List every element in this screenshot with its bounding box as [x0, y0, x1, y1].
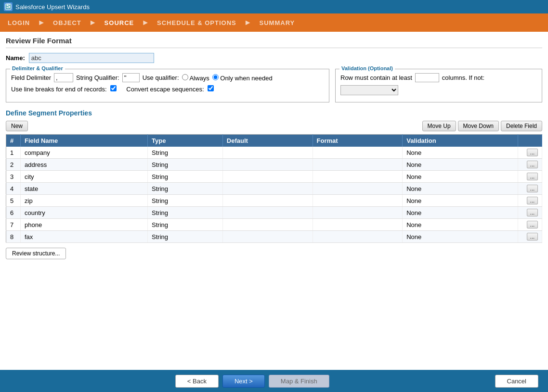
- cell-field-name: address: [21, 159, 148, 171]
- cell-format: [313, 219, 403, 231]
- wizard-step-login[interactable]: LOGIN: [0, 13, 38, 32]
- cell-validation: None: [403, 219, 518, 231]
- segment-toolbar: New Move Up Move Down Delete Field: [6, 121, 542, 131]
- cell-actions: ...: [518, 219, 542, 231]
- col-type: Type: [148, 135, 223, 147]
- radio-always[interactable]: [182, 74, 188, 80]
- cell-validation: None: [403, 195, 518, 207]
- col-validation: Validation: [403, 135, 518, 147]
- table-row[interactable]: 3 city String None ...: [6, 171, 542, 183]
- table-row[interactable]: 8 fax String None ...: [6, 231, 542, 243]
- bottom-bar: < Back Next > Map & Finish Cancel: [0, 370, 548, 392]
- cancel-button[interactable]: Cancel: [495, 375, 538, 388]
- cell-validation: None: [403, 159, 518, 171]
- table-row[interactable]: 2 address String None ...: [6, 159, 542, 171]
- cell-format: [313, 195, 403, 207]
- row-options-button[interactable]: ...: [527, 173, 538, 180]
- cell-num: 6: [6, 207, 21, 219]
- cell-type: String: [148, 231, 223, 243]
- validation-box-title: Validation (Optional): [339, 65, 395, 71]
- radio-always-label[interactable]: Always: [182, 74, 209, 82]
- cell-field-name: city: [21, 171, 148, 183]
- new-button[interactable]: New: [6, 121, 28, 131]
- row-options-button[interactable]: ...: [527, 221, 538, 228]
- cell-type: String: [148, 195, 223, 207]
- escape-checkbox[interactable]: [208, 85, 214, 91]
- row-options-button[interactable]: ...: [527, 209, 538, 216]
- table-row[interactable]: 7 phone String None ...: [6, 219, 542, 231]
- cell-num: 1: [6, 147, 21, 159]
- cell-num: 3: [6, 171, 21, 183]
- columns-label: columns. If not:: [442, 74, 484, 81]
- segment-section-title: Define Segment Properties: [6, 109, 542, 117]
- cell-field-name: state: [21, 183, 148, 195]
- wizard-step-schedule[interactable]: SCHEDULE & OPTIONS: [149, 13, 244, 32]
- cell-type: String: [148, 207, 223, 219]
- cell-type: String: [148, 183, 223, 195]
- back-button[interactable]: < Back: [175, 375, 219, 388]
- row-options-button[interactable]: ...: [527, 233, 538, 240]
- cell-validation: None: [403, 231, 518, 243]
- cell-default: [222, 207, 313, 219]
- row-options-button[interactable]: ...: [527, 161, 538, 168]
- cell-type: String: [148, 171, 223, 183]
- row-options-button[interactable]: ...: [527, 197, 538, 204]
- radio-only-label[interactable]: Only when needed: [212, 74, 273, 82]
- bottom-center: < Back Next > Map & Finish: [175, 375, 329, 388]
- name-input[interactable]: [29, 53, 154, 63]
- toolbar-right: Move Up Move Down Delete Field: [422, 121, 542, 131]
- map-finish-button: Map & Finish: [269, 375, 329, 388]
- table-header-row: # Field Name Type Default Format Validat…: [6, 135, 542, 147]
- cell-type: String: [148, 147, 223, 159]
- move-down-button[interactable]: Move Down: [458, 121, 499, 131]
- field-delimiter-label: Field Delimiter: [11, 74, 51, 81]
- next-button[interactable]: Next >: [222, 375, 265, 388]
- line-breaks-label[interactable]: Use line breaks for end of records:: [11, 85, 117, 93]
- move-up-button[interactable]: Move Up: [422, 121, 456, 131]
- cell-field-name: phone: [21, 219, 148, 231]
- cell-format: [313, 147, 403, 159]
- row-must-label: Row must contain at least: [340, 74, 412, 81]
- review-structure-button[interactable]: Review structure...: [6, 248, 66, 259]
- cell-actions: ...: [518, 147, 542, 159]
- cell-validation: None: [403, 171, 518, 183]
- wizard-arrow-3: ►: [142, 18, 149, 27]
- string-qualifier-input[interactable]: [122, 73, 140, 82]
- escape-label[interactable]: Convert escape sequences:: [126, 85, 214, 93]
- panels-row: Delimiter & Qualifier Field Delimiter St…: [6, 69, 542, 102]
- cell-default: [222, 183, 313, 195]
- delimiter-qualifier-box: Delimiter & Qualifier Field Delimiter St…: [6, 69, 329, 102]
- cell-num: 7: [6, 219, 21, 231]
- cell-validation: None: [403, 183, 518, 195]
- cell-actions: ...: [518, 195, 542, 207]
- table-row[interactable]: 5 zip String None ...: [6, 195, 542, 207]
- field-delimiter-input[interactable]: [54, 73, 73, 82]
- radio-only-when-needed[interactable]: [212, 74, 219, 80]
- min-columns-input[interactable]: [415, 73, 439, 82]
- table-row[interactable]: 1 company String None ...: [6, 147, 542, 159]
- delete-field-button[interactable]: Delete Field: [501, 121, 542, 131]
- wizard-step-source[interactable]: SOURCE: [97, 13, 142, 32]
- table-row[interactable]: 6 country String None ...: [6, 207, 542, 219]
- cell-actions: ...: [518, 171, 542, 183]
- cell-field-name: fax: [21, 231, 148, 243]
- wizard-nav: LOGIN ► OBJECT ► SOURCE ► SCHEDULE & OPT…: [0, 13, 548, 32]
- main-content: Review File Format Name: Delimiter & Qua…: [0, 32, 548, 370]
- app-title: Salesforce Upsert Wizards: [15, 3, 90, 11]
- line-breaks-checkbox[interactable]: [110, 85, 117, 91]
- table-row[interactable]: 4 state String None ...: [6, 183, 542, 195]
- validation-action-select[interactable]: [340, 85, 398, 95]
- validation-box: Validation (Optional) Row must contain a…: [335, 69, 542, 102]
- cell-num: 2: [6, 159, 21, 171]
- cell-num: 4: [6, 183, 21, 195]
- row-options-button[interactable]: ...: [527, 149, 538, 156]
- string-qualifier-label: String Qualifier:: [76, 74, 119, 81]
- wizard-step-object[interactable]: OBJECT: [45, 13, 89, 32]
- col-num: #: [6, 135, 21, 147]
- cell-field-name: zip: [21, 195, 148, 207]
- wizard-step-summary[interactable]: SUMMARY: [252, 13, 303, 32]
- cell-default: [222, 219, 313, 231]
- review-structure-area: Review structure...: [6, 248, 542, 259]
- cell-format: [313, 171, 403, 183]
- row-options-button[interactable]: ...: [527, 185, 538, 192]
